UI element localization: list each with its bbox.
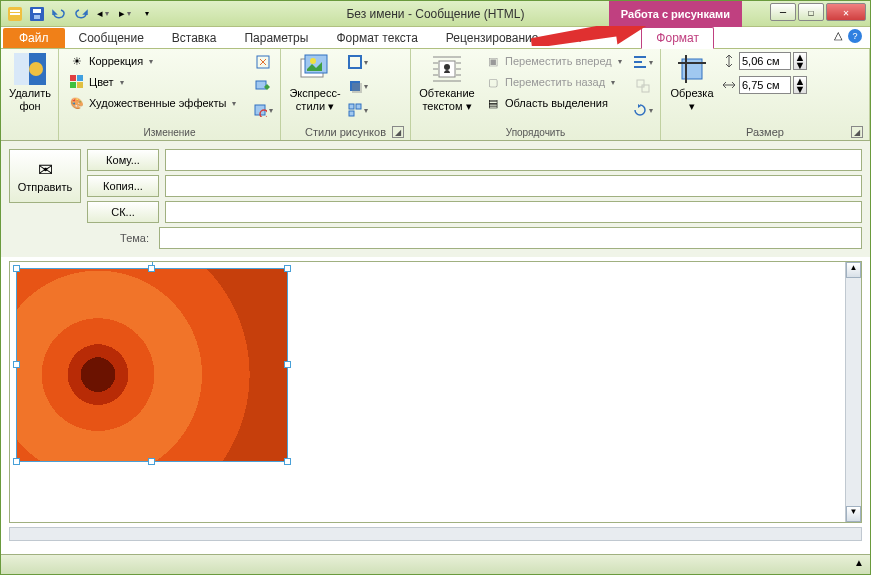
- resize-handle-n[interactable]: [148, 265, 155, 272]
- remove-background-button[interactable]: Удалить фон: [7, 51, 53, 114]
- width-input[interactable]: [739, 76, 791, 94]
- resize-handle-ne[interactable]: [284, 265, 291, 272]
- close-button[interactable]: ✕: [826, 3, 866, 21]
- remove-bg-label: Удалить фон: [9, 87, 51, 112]
- color-button[interactable]: Цвет: [65, 72, 248, 92]
- qat-customize-icon[interactable]: ▾: [137, 4, 157, 24]
- svg-rect-15: [256, 81, 266, 89]
- statusbar: ▲: [1, 554, 870, 574]
- group-change-label: Изменение: [65, 126, 274, 140]
- reset-picture-icon[interactable]: [252, 99, 274, 121]
- group-remove-bg: Удалить фон: [1, 49, 59, 140]
- picture-border-icon[interactable]: [347, 51, 369, 73]
- tab-review[interactable]: Рецензирование: [432, 28, 553, 48]
- file-tab[interactable]: Файл: [3, 28, 65, 48]
- resize-handle-s[interactable]: [148, 458, 155, 465]
- send-label: Отправить: [18, 181, 73, 193]
- height-icon: [721, 53, 737, 69]
- ribbon-tabs: Файл Сообщение Вставка Параметры Формат …: [1, 27, 870, 49]
- envelope-icon: ✉: [38, 159, 53, 181]
- color-label: Цвет: [89, 76, 114, 88]
- qat-redo-icon[interactable]: [71, 4, 91, 24]
- maximize-button[interactable]: ☐: [798, 3, 824, 21]
- svg-point-20: [310, 58, 316, 64]
- qat-save-icon[interactable]: [27, 4, 47, 24]
- svg-rect-25: [356, 104, 361, 109]
- tab-format[interactable]: Формат: [641, 27, 714, 49]
- selected-image[interactable]: [16, 268, 288, 462]
- artistic-label: Художественные эффекты: [89, 97, 226, 109]
- ribbon: Удалить фон ☀Коррекция Цвет 🎨Художествен…: [1, 49, 870, 141]
- send-backward-label: Переместить назад: [505, 76, 605, 88]
- artistic-effects-button[interactable]: 🎨Художественные эффекты: [65, 93, 248, 113]
- resize-handle-w[interactable]: [13, 361, 20, 368]
- subject-label: Тема:: [9, 232, 159, 244]
- tab-insert[interactable]: Вставка: [158, 28, 231, 48]
- quick-access-toolbar: ◂ ▸ ▾: [1, 4, 161, 24]
- tab-format-text[interactable]: Формат текста: [322, 28, 431, 48]
- minimize-button[interactable]: ─: [770, 3, 796, 21]
- svg-point-28: [444, 64, 450, 70]
- horizontal-scrollbar[interactable]: [9, 527, 862, 541]
- height-spinner[interactable]: ▲▼: [793, 52, 807, 70]
- expand-icon[interactable]: ▲: [854, 557, 864, 568]
- picture-layout-icon[interactable]: [347, 99, 369, 121]
- svg-rect-30: [642, 85, 649, 92]
- tab-message[interactable]: Сообщение: [65, 28, 158, 48]
- qat-prev-icon[interactable]: ◂: [93, 4, 113, 24]
- svg-rect-26: [349, 111, 354, 116]
- compress-pictures-icon[interactable]: [252, 51, 274, 73]
- scroll-up-icon[interactable]: ▲: [846, 262, 861, 278]
- group-styles-label: Стили рисунков: [305, 126, 386, 138]
- to-button[interactable]: Кому...: [87, 149, 159, 171]
- change-picture-icon[interactable]: [252, 75, 274, 97]
- ribbon-minimize-icon[interactable]: △: [834, 29, 842, 43]
- quick-styles-button[interactable]: Экспресс-стили ▾: [287, 51, 343, 114]
- quick-styles-label: Экспресс-стили: [289, 87, 340, 112]
- to-input[interactable]: [165, 149, 862, 171]
- bring-forward-label: Переместить вперед: [505, 55, 612, 67]
- svg-rect-29: [637, 80, 644, 87]
- picture-effects-icon[interactable]: [347, 75, 369, 97]
- svg-rect-21: [349, 56, 361, 68]
- width-spinner[interactable]: ▲▼: [793, 76, 807, 94]
- group-icon: [632, 75, 654, 97]
- height-input[interactable]: [739, 52, 791, 70]
- svg-rect-10: [70, 75, 76, 81]
- corrections-button[interactable]: ☀Коррекция: [65, 51, 248, 71]
- svg-rect-2: [10, 13, 20, 15]
- tab-options[interactable]: Параметры: [230, 28, 322, 48]
- styles-dialog-launcher[interactable]: ◢: [392, 126, 404, 138]
- align-icon[interactable]: [632, 51, 654, 73]
- crop-label: Обрезка: [670, 87, 713, 99]
- resize-handle-e[interactable]: [284, 361, 291, 368]
- contextual-tab-title: Работа с рисунками: [609, 1, 742, 27]
- tab-icp[interactable]: ICP: [553, 28, 601, 48]
- svg-rect-24: [349, 104, 354, 109]
- send-button[interactable]: ✉ Отправить: [9, 149, 81, 203]
- message-body[interactable]: ▲ ▼: [9, 261, 862, 523]
- help-icon[interactable]: ?: [848, 29, 862, 43]
- vertical-scrollbar[interactable]: ▲ ▼: [845, 262, 861, 522]
- resize-handle-nw[interactable]: [13, 265, 20, 272]
- svg-point-9: [29, 62, 43, 76]
- qat-app-icon[interactable]: [5, 4, 25, 24]
- rotate-icon[interactable]: [632, 99, 654, 121]
- bcc-button[interactable]: СК...: [87, 201, 159, 223]
- scroll-down-icon[interactable]: ▼: [846, 506, 861, 522]
- crop-button[interactable]: Обрезка ▾: [667, 51, 717, 114]
- titlebar: ◂ ▸ ▾ Без имени - Сообщение (HTML) Работ…: [1, 1, 870, 27]
- wrap-text-button[interactable]: Обтекание текстом ▾: [417, 51, 477, 114]
- resize-handle-se[interactable]: [284, 458, 291, 465]
- cc-input[interactable]: [165, 175, 862, 197]
- subject-input[interactable]: [159, 227, 862, 249]
- group-change: ☀Коррекция Цвет 🎨Художественные эффекты …: [59, 49, 281, 140]
- qat-undo-icon[interactable]: [49, 4, 69, 24]
- selection-pane-button[interactable]: ▤Область выделения: [481, 93, 628, 113]
- qat-next-icon[interactable]: ▸: [115, 4, 135, 24]
- size-dialog-launcher[interactable]: ◢: [851, 126, 863, 138]
- resize-handle-sw[interactable]: [13, 458, 20, 465]
- cc-button[interactable]: Копия...: [87, 175, 159, 197]
- bcc-input[interactable]: [165, 201, 862, 223]
- group-arrange-label: Упорядочить: [417, 126, 654, 140]
